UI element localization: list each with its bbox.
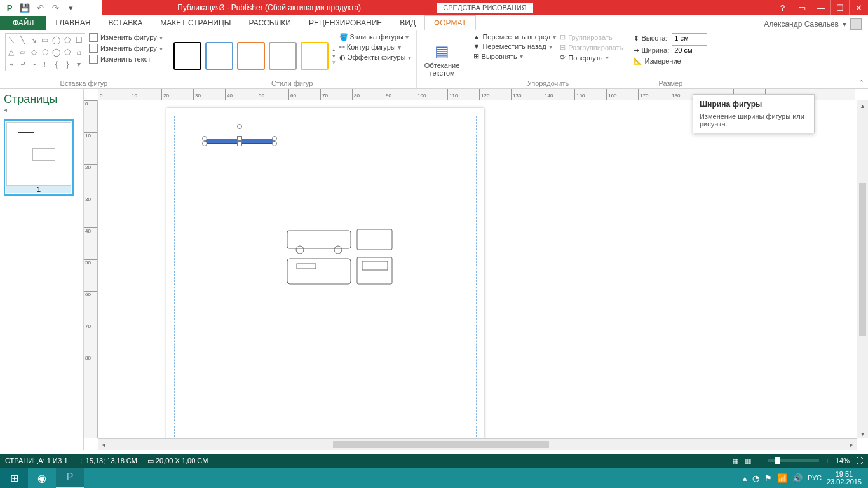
system-tray: ▴ ◔ ⚑ 📶 🔊 РУС 19:51 23.02.2015: [743, 470, 868, 485]
styles-gallery[interactable]: ▴▾▿: [173, 33, 336, 78]
qat-more-icon[interactable]: ▾: [65, 2, 76, 13]
zoom-slider[interactable]: [768, 459, 819, 462]
canvas[interactable]: 0102030405060708090100110120130140150160…: [84, 89, 868, 450]
scroll-thumb[interactable]: [333, 441, 549, 448]
width-label: ⬌ Ширина:: [634, 46, 669, 55]
save-icon[interactable]: 💾: [19, 2, 31, 13]
tab-format[interactable]: ФОРМАТ: [424, 15, 476, 30]
tab-view[interactable]: ВИД: [391, 16, 424, 30]
tray-language[interactable]: РУС: [808, 474, 822, 482]
status-bar: СТРАНИЦА: 1 ИЗ 1 ⊹ 15,13; 13,18 СМ ▭ 20,…: [0, 454, 868, 468]
tooltip-title: Ширина фигуры: [700, 100, 808, 109]
shape-effects-button[interactable]: ◐ Эффекты фигуры ▾: [339, 53, 411, 62]
minimize-button[interactable]: —: [811, 0, 830, 15]
resize-handle[interactable]: [237, 136, 242, 141]
account-area[interactable]: Александр Савельев ▾: [757, 18, 868, 30]
user-dropdown-icon[interactable]: ▾: [843, 20, 846, 29]
resize-handle[interactable]: [202, 136, 207, 141]
rotate-handle[interactable]: [237, 124, 242, 129]
resize-handle[interactable]: [272, 136, 277, 141]
scroll-right-icon[interactable]: ▸: [846, 439, 857, 449]
ungroup-button: ⊟ Разгруппировать: [560, 43, 623, 51]
start-button[interactable]: ⊞: [0, 468, 28, 488]
selected-shape[interactable]: [205, 139, 275, 144]
group-shape-styles: ▴▾▿ 🪣 Заливка фигуры ▾ ✏ Контур фигуры ▾…: [168, 30, 417, 88]
group-insert-shapes: ＼╲↘▭◯⬠☐ △▱◇⬡◯⬠⌂ ⤷⤶~≀{}▾ Изменить фигуру …: [0, 30, 168, 88]
ribbon-display-button[interactable]: ▭: [792, 0, 811, 15]
collapse-ribbon-icon[interactable]: ⌃: [858, 79, 864, 87]
view-two-page-icon[interactable]: ▥: [745, 457, 751, 465]
vertical-scrollbar[interactable]: ▴ ▾: [857, 100, 868, 438]
status-size: ▭ 20,00 X 1,00 СМ: [147, 457, 208, 465]
tooltip: Ширина фигуры Изменение ширины фигуры ил…: [693, 94, 815, 133]
tab-review[interactable]: РЕЦЕНЗИРОВАНИЕ: [300, 16, 391, 30]
view-single-icon[interactable]: ▦: [732, 457, 738, 465]
scroll-up-icon[interactable]: ▴: [857, 100, 867, 111]
page[interactable]: [166, 108, 484, 445]
fit-page-icon[interactable]: ⛶: [856, 457, 863, 464]
zoom-out-icon[interactable]: −: [757, 457, 761, 464]
page-thumbnail[interactable]: 1: [4, 119, 74, 196]
edit-shape-button[interactable]: Изменить фигуру ▾: [89, 33, 163, 42]
zoom-level[interactable]: 14%: [836, 457, 850, 464]
status-position: ⊹ 15,13; 13,18 СМ: [78, 457, 137, 465]
tab-page-layout[interactable]: МАКЕТ СТРАНИЦЫ: [151, 16, 240, 30]
tray-clock[interactable]: 19:51 23.02.2015: [827, 470, 862, 485]
height-input[interactable]: [672, 33, 707, 43]
group-wrap-text: ▤ Обтекание текстом: [417, 30, 468, 88]
taskbar: ⊞ ◉ P ▴ ◔ ⚑ 📶 🔊 РУС 19:51 23.02.2015: [0, 468, 868, 488]
scroll-left-icon[interactable]: ◂: [98, 439, 108, 449]
tray-flag-icon[interactable]: ⚑: [764, 473, 772, 483]
measurement-button[interactable]: 📐 Измерение: [634, 57, 707, 65]
wrap-text-button[interactable]: ▤ Обтекание текстом: [422, 33, 463, 86]
bring-forward-button[interactable]: ▲ Переместить вперед ▾: [473, 33, 557, 41]
width-input[interactable]: [672, 45, 707, 55]
wrap-text-icon: ▤: [435, 43, 449, 60]
shape-fill-button[interactable]: 🪣 Заливка фигуры ▾: [339, 33, 411, 41]
zoom-in-icon[interactable]: +: [825, 457, 829, 464]
tab-file[interactable]: ФАЙЛ: [0, 16, 46, 30]
publisher-icon[interactable]: P: [4, 2, 15, 13]
maximize-button[interactable]: ☐: [830, 0, 849, 15]
edit-text-button[interactable]: Изменить текст: [89, 55, 163, 64]
rotate-button[interactable]: ⟳ Повернуть ▾: [560, 53, 623, 62]
scroll-thumb[interactable]: [859, 183, 866, 336]
avatar[interactable]: [850, 18, 862, 30]
align-button[interactable]: ⊞ Выровнять ▾: [473, 52, 557, 60]
user-name: Александр Савельев: [764, 20, 839, 29]
close-button[interactable]: ✕: [849, 0, 868, 15]
taskbar-publisher[interactable]: P: [56, 468, 84, 488]
scroll-down-icon[interactable]: ▾: [857, 428, 867, 438]
group-label-styles: Стили фигур: [173, 78, 411, 87]
tray-app-icon[interactable]: ◔: [752, 473, 759, 483]
resize-handle[interactable]: [237, 141, 242, 146]
send-backward-button[interactable]: ▼ Переместить назад ▾: [473, 43, 557, 50]
taskbar-chrome[interactable]: ◉: [28, 468, 56, 488]
resize-handle[interactable]: [202, 141, 207, 146]
status-page[interactable]: СТРАНИЦА: 1 ИЗ 1: [5, 457, 68, 464]
shapes-gallery[interactable]: ＼╲↘▭◯⬠☐ △▱◇⬡◯⬠⌂ ⤷⤶~≀{}▾: [5, 33, 85, 71]
group-label-arrange: Упорядочить: [473, 78, 623, 87]
vertical-ruler: 01020304050607080: [84, 100, 98, 438]
tab-home[interactable]: ГЛАВНАЯ: [46, 16, 99, 30]
svg-point-2: [334, 246, 342, 254]
horizontal-scrollbar[interactable]: ◂ ▸: [98, 438, 857, 450]
tab-insert[interactable]: ВСТАВКА: [99, 16, 151, 30]
svg-rect-5: [297, 264, 316, 269]
tray-volume-icon[interactable]: 🔊: [792, 473, 803, 483]
window-title: Публикация3 - Publisher (Сбой активации …: [102, 3, 437, 12]
redo-icon[interactable]: ↷: [50, 2, 61, 13]
help-button[interactable]: ?: [773, 0, 792, 15]
svg-point-1: [296, 246, 304, 254]
undo-icon[interactable]: ↶: [34, 2, 46, 13]
resize-handle[interactable]: [272, 141, 277, 146]
group-label-shapes: Вставка фигур: [5, 78, 163, 87]
svg-rect-3: [357, 229, 392, 250]
vehicle-drawing[interactable]: [284, 226, 398, 289]
shape-outline-button[interactable]: ✏ Контур фигуры ▾: [339, 43, 411, 51]
pages-panel: Страницы ◂ 1: [0, 89, 84, 450]
tray-network-icon[interactable]: 📶: [777, 473, 787, 483]
tray-show-hidden-icon[interactable]: ▴: [743, 473, 747, 483]
change-shape-button[interactable]: Изменить фигуру ▾: [89, 44, 163, 53]
tab-mailings[interactable]: РАССЫЛКИ: [240, 16, 300, 30]
